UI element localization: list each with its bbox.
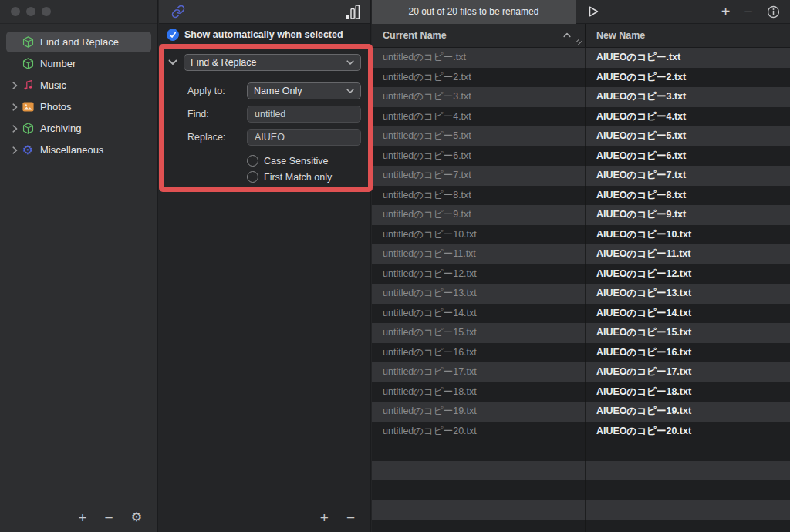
- sidebar-item-label: Number: [40, 58, 76, 69]
- option-checkbox[interactable]: [247, 171, 258, 183]
- sidebar-item[interactable]: ⚙ Music: [6, 75, 151, 96]
- show-automatically-label: Show automatically when selected: [184, 29, 343, 40]
- sidebar-item[interactable]: ⚙ Number: [6, 53, 151, 74]
- current-name-cell: untitledのコピー10.txt: [372, 225, 586, 245]
- music-note-icon: [22, 79, 35, 92]
- current-name-cell: untitledのコピー3.txt: [372, 87, 586, 107]
- chevron-down-icon: [340, 89, 354, 94]
- current-name-cell: untitledのコピー20.txt: [372, 422, 586, 442]
- file-row[interactable]: untitledのコピー19.txt AIUEOのコピー19.txt: [372, 402, 790, 422]
- disclosure-chevron-icon[interactable]: [9, 146, 21, 154]
- file-row[interactable]: untitledのコピー20.txt AIUEOのコピー20.txt: [372, 422, 790, 442]
- option-checkbox[interactable]: [247, 155, 258, 167]
- file-row[interactable]: untitledのコピー4.txt AIUEOのコピー4.txt: [372, 107, 790, 127]
- close-button[interactable]: [11, 7, 20, 16]
- action-editor: Find & Replace Apply to: Name Only: [159, 45, 370, 183]
- inspector-toolbar: [159, 0, 370, 24]
- replace-label: Replace:: [187, 132, 247, 143]
- sidebar-item[interactable]: ⚙ Photos: [6, 96, 151, 117]
- find-input[interactable]: untitled: [247, 106, 361, 123]
- current-name-cell: untitledのコピー7.txt: [372, 166, 586, 186]
- new-name-cell: AIUEOのコピー11.txt: [586, 244, 790, 264]
- new-name-cell: AIUEOのコピー19.txt: [586, 402, 790, 422]
- empty-new-cell: [586, 480, 790, 500]
- link-icon[interactable]: [171, 5, 185, 19]
- file-row[interactable]: untitledのコピー17.txt AIUEOのコピー17.txt: [372, 362, 790, 382]
- file-row[interactable]: untitledのコピー5.txt AIUEOのコピー5.txt: [372, 126, 790, 146]
- action-type-select[interactable]: Find & Replace: [184, 54, 361, 71]
- apply-to-row: Apply to: Name Only: [187, 82, 361, 99]
- file-row[interactable]: untitledのコピー16.txt AIUEOのコピー16.txt: [372, 343, 790, 363]
- file-row[interactable]: untitledのコピー2.txt AIUEOのコピー2.txt: [372, 68, 790, 88]
- sidebar-item[interactable]: ⚙ Find and Replace: [6, 32, 151, 52]
- find-label: Find:: [187, 109, 247, 120]
- current-name-cell: untitledのコピー5.txt: [372, 126, 586, 146]
- new-name-cell: AIUEOのコピー6.txt: [586, 146, 790, 167]
- new-name-cell: AIUEOのコピー10.txt: [586, 225, 790, 245]
- sidebar: ⚙ Find and Replace: [0, 0, 158, 532]
- current-name-cell: untitledのコピー12.txt: [372, 264, 586, 285]
- new-name-cell: AIUEOのコピー13.txt: [586, 284, 790, 304]
- new-name-cell: AIUEOのコピー.txt: [586, 48, 790, 68]
- sidebar-action-list: ⚙ Find and Replace: [0, 24, 157, 503]
- disclosure-chevron-icon[interactable]: [9, 125, 21, 133]
- cube-icon: [22, 35, 35, 49]
- empty-current-cell: [372, 500, 586, 520]
- column-header-current-name[interactable]: Current Name: [372, 24, 586, 47]
- file-row[interactable]: untitledのコピー.txt AIUEOのコピー.txt: [372, 48, 790, 68]
- current-name-cell: untitledのコピー11.txt: [372, 244, 586, 264]
- remove-step-button[interactable]: −: [346, 510, 355, 525]
- disclosure-chevron-icon[interactable]: [9, 82, 21, 89]
- remove-action-button[interactable]: −: [105, 510, 113, 525]
- remove-files-button[interactable]: −: [744, 4, 753, 19]
- replace-input[interactable]: AIUEO: [247, 129, 361, 146]
- file-row[interactable]: untitledのコピー12.txt AIUEOのコピー12.txt: [372, 264, 790, 285]
- option-label: Case Sensitive: [264, 156, 328, 167]
- apply-to-label: Apply to:: [187, 86, 247, 96]
- action-disclosure-chevron-icon[interactable]: [168, 59, 177, 66]
- file-row[interactable]: untitledのコピー8.txt AIUEOのコピー8.txt: [372, 186, 790, 206]
- current-name-cell: untitledのコピー18.txt: [372, 382, 586, 402]
- empty-row: [372, 500, 790, 520]
- traffic-lights: [11, 7, 51, 16]
- current-name-cell: untitledのコピー16.txt: [372, 343, 586, 363]
- file-row[interactable]: untitledのコピー11.txt AIUEOのコピー11.txt: [372, 244, 790, 264]
- new-name-cell: AIUEOのコピー17.txt: [586, 362, 790, 382]
- file-row[interactable]: untitledのコピー7.txt AIUEOのコピー7.txt: [372, 166, 790, 186]
- add-step-button[interactable]: +: [320, 510, 329, 525]
- file-row[interactable]: untitledのコピー3.txt AIUEOのコピー3.txt: [372, 87, 790, 107]
- zoom-button[interactable]: [42, 7, 51, 16]
- file-row[interactable]: untitledのコピー9.txt AIUEOのコピー9.txt: [372, 205, 790, 225]
- action-type-value: Find & Replace: [191, 57, 256, 68]
- show-automatically-checkbox[interactable]: [167, 29, 179, 41]
- replace-value: AIUEO: [255, 132, 285, 143]
- sidebar-item-label: Photos: [40, 101, 71, 113]
- new-name-cell: AIUEOのコピー8.txt: [586, 186, 790, 206]
- file-row[interactable]: untitledのコピー14.txt AIUEOのコピー14.txt: [372, 304, 790, 324]
- file-row[interactable]: untitledのコピー18.txt AIUEOのコピー18.txt: [372, 382, 790, 402]
- current-name-cell: untitledのコピー13.txt: [372, 284, 586, 304]
- sidebar-item-label: Miscellaneous: [40, 144, 103, 156]
- minimize-button[interactable]: [26, 7, 35, 16]
- column-header-new-name[interactable]: New Name: [586, 24, 790, 47]
- file-row[interactable]: untitledのコピー6.txt AIUEOのコピー6.txt: [372, 146, 790, 167]
- bar-chart-icon[interactable]: [345, 5, 360, 19]
- file-row[interactable]: untitledのコピー15.txt AIUEOのコピー15.txt: [372, 323, 790, 343]
- column-resize-handle[interactable]: [576, 39, 582, 45]
- cube-icon: [22, 122, 35, 135]
- current-name-cell: untitledのコピー6.txt: [372, 146, 586, 167]
- disclosure-chevron-icon[interactable]: [9, 103, 21, 111]
- info-icon[interactable]: [767, 5, 780, 19]
- file-row[interactable]: untitledのコピー13.txt AIUEOのコピー13.txt: [372, 284, 790, 304]
- sidebar-item[interactable]: ⚙ Archiving: [6, 118, 151, 139]
- empty-new-cell: [586, 461, 790, 481]
- file-row[interactable]: untitledのコピー10.txt AIUEOのコピー10.txt: [372, 225, 790, 245]
- apply-to-select[interactable]: Name Only: [247, 82, 361, 99]
- apply-to-value: Name Only: [254, 86, 302, 96]
- sidebar-item[interactable]: ⚙ Miscellaneous: [6, 140, 151, 160]
- settings-gear-icon[interactable]: ⚙: [131, 511, 142, 524]
- run-rename-button[interactable]: [586, 5, 600, 19]
- add-files-button[interactable]: +: [721, 4, 731, 19]
- add-action-button[interactable]: +: [78, 510, 86, 525]
- new-name-cell: AIUEOのコピー16.txt: [586, 343, 790, 363]
